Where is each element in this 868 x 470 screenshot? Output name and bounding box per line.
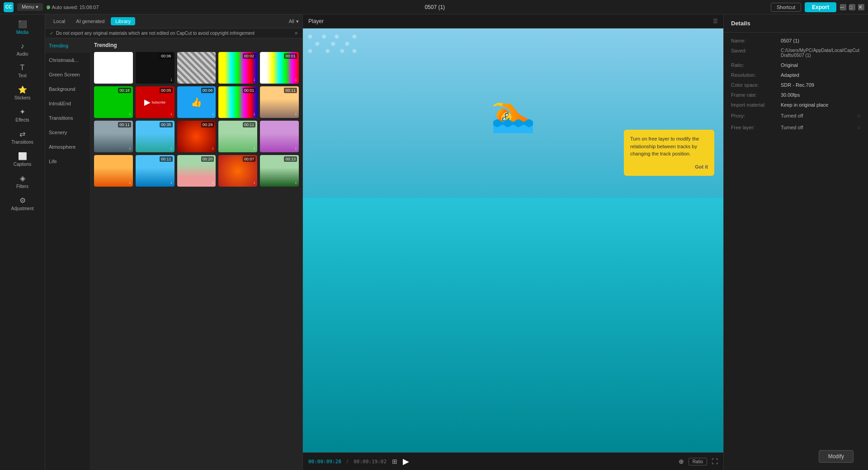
subnav-background[interactable]: Background [45,82,90,96]
name-value: 0507 (1) [781,38,861,43]
media-item[interactable]: 00:20 ↓ [177,155,216,187]
media-duration: 00:11 [160,156,173,162]
main-layout: ⬛ Media ♪ Audio T Text ⭐ Stickers ✦ Effe… [0,14,868,470]
filter-all[interactable]: All ▾ [289,19,299,24]
content-panel: Trending Christmas&... Green Screen Back… [45,38,302,470]
media-duration: 00:07 [243,156,256,162]
download-icon: ↓ [170,180,173,185]
menu-button[interactable]: Menu ▾ [17,3,43,11]
media-item[interactable]: 00:01 ↓ [218,86,257,118]
media-item[interactable]: 00:11 ↓ [136,155,175,187]
media-item[interactable]: 00:35 ↓ [136,121,175,152]
sidebar-item-adjustment[interactable]: ⚙ Adjustment [0,193,45,215]
detail-ratio-row: Ratio: Original [731,62,861,68]
saved-label: Saved: [731,48,781,58]
ratio-label: Ratio: [731,62,781,68]
sidebar-item-effects[interactable]: ✦ Effects [0,104,45,126]
sidebar-item-stickers[interactable]: ⭐ Stickers [0,82,45,104]
media-icon: ⬛ [18,20,27,28]
proxy-toggle[interactable]: ○ [857,112,861,119]
sidebar-item-captions[interactable]: ⬜ Captions [0,148,45,170]
media-duration: 00:11 [243,122,256,127]
notice-close-button[interactable]: ✕ [294,31,298,36]
freelayer-toggle[interactable]: ○ [857,124,861,131]
subnav-life[interactable]: Life [45,154,90,169]
subnav-transitions[interactable]: Transitions [45,111,90,125]
media-item[interactable]: ↓ [177,52,216,84]
fullscreen-icon[interactable]: ⛶ [712,458,718,465]
media-item[interactable]: 00:06 ↓ [136,52,175,84]
media-item[interactable]: 👍 00:06 ↓ [177,86,216,118]
subnav-green-screen[interactable]: Green Screen [45,67,90,82]
media-duration: 00:13 [284,156,297,162]
media-duration: 00:28 [201,122,214,127]
media-item[interactable]: 00:28 ↓ [177,121,216,152]
export-button[interactable]: Export [805,2,836,12]
media-item[interactable]: 00:11 ↓ [260,86,299,118]
details-header: Details [724,14,868,33]
details-panel: Details Name: 0507 (1) Saved: C:/Users/M… [723,14,868,470]
media-item[interactable]: 00:11 ↓ [94,121,133,152]
subnav-scenery[interactable]: Scenery [45,125,90,140]
media-duration: 00:20 [201,156,214,162]
media-duration: 00:18 [118,88,131,93]
subnav-intro-end[interactable]: Intro&End [45,96,90,111]
tab-library[interactable]: Library [111,17,135,25]
detail-colorspace-row: Color space: SDR - Rec.709 [731,82,861,88]
media-grid-area: Trending ↓ 00:06 ↓ ↓ [90,38,302,470]
shortcut-button[interactable]: Shortcut [771,3,801,12]
media-item[interactable]: 00:02 ↓ [218,52,257,84]
sidebar-item-audio[interactable]: ♪ Audio [0,38,45,60]
proxy-row: Proxy: Turned off ○ [731,112,861,119]
close-button[interactable]: ✕ [858,4,864,10]
filter-icon: ▾ [296,19,299,24]
media-duration: 00:35 [160,122,173,127]
focus-icon[interactable]: ⊕ [679,458,684,465]
media-duration: 00:06 [201,88,214,93]
media-item[interactable]: 00:18 ↓ [94,86,133,118]
media-item[interactable]: ▶ Subscribe 00:05 ↓ [136,86,175,118]
sidebar-item-media[interactable]: ⬛ Media [0,16,45,38]
sidebar-item-filters[interactable]: ◈ Filters [0,170,45,193]
media-duration: 00:11 [284,88,297,93]
media-item[interactable]: 00:11 ↓ [218,121,257,152]
media-item[interactable]: ↓ [94,155,133,187]
maximize-button[interactable]: □ [849,4,855,10]
media-item[interactable]: ↓ [260,121,299,152]
sidebar-item-transitions[interactable]: ⇄ Transitions [0,126,45,148]
download-icon: ↓ [295,146,297,150]
download-icon: ↓ [212,77,214,82]
subnav-trending[interactable]: Trending [45,38,90,53]
modify-button[interactable]: Modify [819,450,854,463]
colorspace-value: SDR - Rec.709 [781,82,861,88]
minimize-button[interactable]: ─ [840,4,846,10]
player-menu-icon[interactable]: ☰ [713,18,718,24]
subnav-atmosphere[interactable]: Atmosphere [45,140,90,154]
tab-ai-generated[interactable]: AI generated [71,17,109,25]
download-icon: ↓ [129,180,131,185]
autosave-status: ✓ Auto saved: 15:08:07 [47,5,99,10]
media-item[interactable]: ↓ [94,52,133,84]
time-separator: / [347,458,348,465]
effects-icon: ✦ [19,108,25,116]
media-item[interactable]: 00:01 ↓ [260,52,299,84]
tooltip-got-it-button[interactable]: Got it [695,163,708,171]
download-icon: ↓ [253,146,255,150]
media-item[interactable]: 00:13 ↓ [260,155,299,187]
colorspace-label: Color space: [731,82,781,88]
notice-check-icon: ✓ [50,31,53,36]
notice-bar: ✓ Do not export any original materials w… [45,28,302,38]
media-duration: 00:11 [118,122,131,127]
filters-icon: ◈ [20,174,25,183]
sidebar-item-text[interactable]: T Text [0,60,45,82]
download-icon: ↓ [129,77,131,82]
ratio-button[interactable]: Ratio [689,458,707,465]
transitions-icon: ⇄ [19,130,25,138]
subnav-christmas[interactable]: Christmas&... [45,53,90,67]
download-icon: ↓ [129,146,131,150]
saved-value: C:/Users/MyPC/AppData/Local/CapCut Draft… [781,48,861,58]
tooltip-box: Turn on free layer to modify the relatio… [624,130,714,176]
play-button[interactable]: ▶ [403,456,409,466]
media-item[interactable]: 00:07 ↓ [218,155,257,187]
tab-local[interactable]: Local [49,17,70,25]
